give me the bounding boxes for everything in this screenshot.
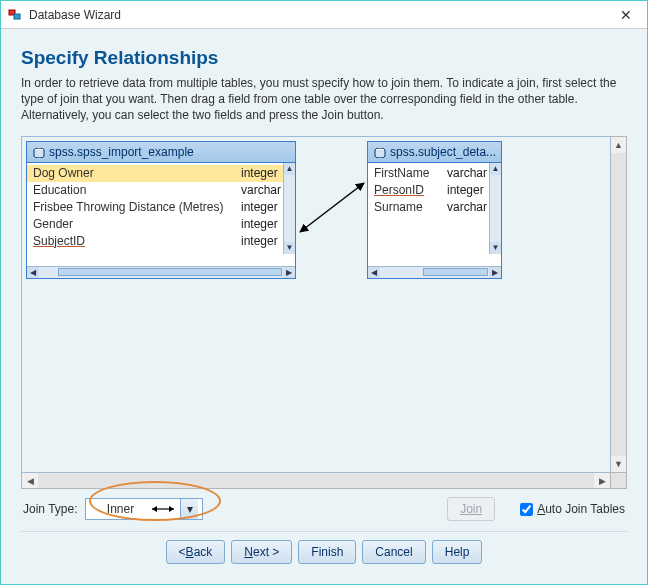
svg-line-4 bbox=[300, 183, 364, 232]
scroll-right-icon[interactable]: ▶ bbox=[489, 267, 501, 278]
table-right-name: spss.subject_deta... bbox=[390, 145, 496, 159]
table-right[interactable]: spss.subject_deta... FirstName varchar P… bbox=[367, 141, 502, 279]
join-type-select[interactable]: Inner ▾ bbox=[85, 498, 203, 520]
svg-marker-6 bbox=[152, 506, 157, 512]
cancel-button[interactable]: Cancel bbox=[362, 540, 425, 564]
join-type-value: Inner bbox=[90, 502, 150, 516]
join-type-label: Join Type: bbox=[23, 502, 77, 516]
field-name: Frisbee Throwing Distance (Metres) bbox=[33, 199, 241, 216]
table-icon bbox=[33, 147, 45, 157]
dropdown-arrow-icon[interactable]: ▾ bbox=[180, 499, 198, 519]
inner-join-icon bbox=[150, 504, 176, 514]
field-type: integer bbox=[241, 216, 289, 233]
join-connector bbox=[296, 177, 368, 237]
table-icon bbox=[374, 147, 386, 157]
table-row[interactable]: Frisbee Throwing Distance (Metres) integ… bbox=[27, 199, 295, 216]
scroll-up-icon[interactable]: ▲ bbox=[490, 163, 501, 175]
table-row[interactable]: Education varchar bbox=[27, 182, 295, 199]
field-type: integer bbox=[241, 233, 289, 250]
finish-button[interactable]: Finish bbox=[298, 540, 356, 564]
window: Database Wizard ✕ Specify Relationships … bbox=[0, 0, 648, 585]
scroll-left-icon[interactable]: ◀ bbox=[368, 267, 380, 278]
window-title: Database Wizard bbox=[29, 8, 611, 22]
back-button[interactable]: < Back bbox=[166, 540, 226, 564]
field-type: varchar bbox=[447, 199, 495, 216]
table-row[interactable]: FirstName varchar bbox=[368, 165, 501, 182]
close-button[interactable]: ✕ bbox=[611, 5, 641, 25]
table-hscroll[interactable]: ◀ ▶ bbox=[27, 266, 295, 278]
canvas-hscroll[interactable]: ◀ ▶ bbox=[21, 473, 627, 489]
divider bbox=[21, 531, 627, 532]
field-type: integer bbox=[447, 182, 495, 199]
help-button[interactable]: Help bbox=[432, 540, 483, 564]
table-hscroll[interactable]: ◀ ▶ bbox=[368, 266, 501, 278]
canvas-vscroll[interactable]: ▲ ▼ bbox=[611, 136, 627, 473]
svg-marker-7 bbox=[169, 506, 174, 512]
auto-join-checkbox[interactable]: Auto Join Tables bbox=[516, 500, 625, 519]
nav-buttons: < Back Next > Finish Cancel Help bbox=[21, 540, 627, 574]
scroll-corner bbox=[611, 473, 627, 489]
titlebar: Database Wizard ✕ bbox=[1, 1, 647, 29]
table-row[interactable]: PersonID integer bbox=[368, 182, 501, 199]
table-row[interactable]: Gender integer bbox=[27, 216, 295, 233]
scroll-right-icon[interactable]: ▶ bbox=[594, 473, 610, 488]
join-button: Join bbox=[447, 497, 495, 521]
field-name: Surname bbox=[374, 199, 447, 216]
auto-join-label: Auto Join Tables bbox=[537, 502, 625, 516]
relationship-canvas[interactable]: spss.spss_import_example Dog Owner integ… bbox=[21, 136, 611, 473]
table-row[interactable]: Surname varchar bbox=[368, 199, 501, 216]
page-description: In order to retrieve data from multiple … bbox=[21, 75, 627, 124]
table-row[interactable]: SubjectID integer bbox=[27, 233, 295, 250]
field-type: integer bbox=[241, 165, 289, 182]
table-right-header[interactable]: spss.subject_deta... bbox=[368, 142, 501, 163]
field-name: PersonID bbox=[374, 182, 447, 199]
field-name: FirstName bbox=[374, 165, 447, 182]
field-name: Dog Owner bbox=[33, 165, 241, 182]
table-left-header[interactable]: spss.spss_import_example bbox=[27, 142, 295, 163]
scroll-down-icon[interactable]: ▼ bbox=[611, 456, 626, 472]
field-name: Education bbox=[33, 182, 241, 199]
field-type: varchar bbox=[241, 182, 289, 199]
app-icon bbox=[7, 7, 23, 23]
field-name: SubjectID bbox=[33, 233, 241, 250]
auto-join-input[interactable] bbox=[520, 503, 533, 516]
table-left-name: spss.spss_import_example bbox=[49, 145, 194, 159]
scroll-left-icon[interactable]: ◀ bbox=[27, 267, 39, 278]
scroll-down-icon[interactable]: ▼ bbox=[490, 242, 501, 254]
field-type: integer bbox=[241, 199, 289, 216]
table-row[interactable]: Dog Owner integer bbox=[27, 165, 295, 182]
scroll-down-icon[interactable]: ▼ bbox=[284, 242, 295, 254]
table-vscroll[interactable]: ▲ ▼ bbox=[283, 163, 295, 254]
next-button[interactable]: Next > bbox=[231, 540, 292, 564]
page-heading: Specify Relationships bbox=[21, 47, 627, 69]
scroll-right-icon[interactable]: ▶ bbox=[283, 267, 295, 278]
table-left[interactable]: spss.spss_import_example Dog Owner integ… bbox=[26, 141, 296, 279]
scroll-up-icon[interactable]: ▲ bbox=[611, 137, 626, 153]
field-name: Gender bbox=[33, 216, 241, 233]
table-vscroll[interactable]: ▲ ▼ bbox=[489, 163, 501, 254]
scroll-left-icon[interactable]: ◀ bbox=[22, 473, 38, 488]
svg-rect-1 bbox=[14, 14, 20, 19]
field-type: varchar bbox=[447, 165, 495, 182]
scroll-up-icon[interactable]: ▲ bbox=[284, 163, 295, 175]
